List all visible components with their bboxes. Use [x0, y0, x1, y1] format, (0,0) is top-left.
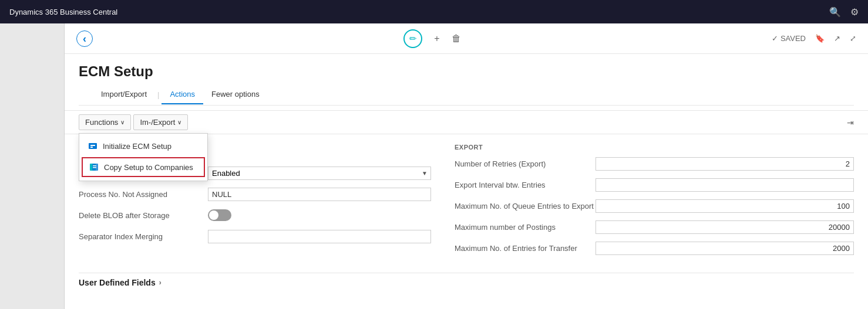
retries-field-row: Number of Retries (Export) — [455, 155, 854, 172]
toolbar: ‹ ✏ + 🗑 ✓ SAVED 🔖 ↗ ⤢ — [65, 23, 868, 54]
interval-field-row: Export Interval btw. Entries — [455, 176, 854, 193]
saved-check: ✓ — [772, 34, 778, 43]
page-title: ECM Setup — [79, 63, 854, 80]
svg-rect-2 — [90, 147, 93, 148]
pin-icon[interactable]: ⇥ — [847, 118, 854, 127]
functions-dropdown: Initialize ECM Setup Copy Setup to Compa… — [79, 133, 208, 181]
user-defined-section: User Defined Fields › — [79, 273, 854, 287]
retries-label: Number of Retries (Export) — [455, 159, 596, 168]
settings-icon[interactable]: ⚙ — [850, 6, 859, 18]
functions-label: Functions — [85, 118, 118, 127]
delete-button[interactable]: 🗑 — [452, 33, 461, 44]
nav-tabs: Import/Export | Actions Fewer options — [79, 84, 854, 106]
separator-label: Separator Index Merging — [79, 232, 208, 241]
top-bar-icons: 🔍 ⚙ — [829, 6, 859, 18]
svg-rect-5 — [93, 165, 96, 167]
delete-blob-knob — [209, 210, 218, 220]
entries-transfer-label: Maximum No. of Entries for Transfer — [455, 244, 596, 253]
export-section-label: EXPORT — [455, 144, 854, 151]
bookmark-icon[interactable]: 🔖 — [815, 34, 825, 43]
toolbar-right: ✓ SAVED 🔖 ↗ ⤢ — [772, 34, 856, 43]
initialize-ecm-label: Initialize ECM Setup — [103, 142, 171, 151]
separator-field-row: Separator Index Merging — [79, 228, 431, 245]
imexport-button[interactable]: Im-/Export ∨ — [133, 114, 188, 130]
retries-input[interactable] — [596, 157, 854, 171]
content-area: ‹ ✏ + 🗑 ✓ SAVED 🔖 ↗ ⤢ ECM Setup — [65, 23, 868, 309]
queue-entries-field-row: Maximum No. of Queue Entries to Export — [455, 198, 854, 214]
process-no-field-row: Process No. Not Assigned — [79, 186, 431, 202]
imexport-label: Im-/Export — [140, 118, 175, 127]
saved-status: ✓ SAVED — [772, 34, 806, 43]
delete-blob-toggle[interactable] — [208, 209, 231, 221]
delete-blob-field-row: Delete BLOB after Storage — [79, 207, 431, 223]
tab-import-export[interactable]: Import/Export — [93, 85, 155, 104]
search-icon[interactable]: 🔍 — [829, 6, 841, 18]
main-layout: ‹ ✏ + 🗑 ✓ SAVED 🔖 ↗ ⤢ ECM Setup — [0, 23, 868, 309]
copy-setup-item[interactable]: Copy Setup to Companies — [82, 157, 205, 177]
interval-label: Export Interval btw. Entries — [455, 181, 596, 189]
functions-button[interactable]: Functions ∨ — [79, 114, 131, 130]
entries-transfer-input[interactable] — [596, 242, 854, 255]
interval-input[interactable] — [596, 178, 854, 192]
initialize-ecm-item[interactable]: Initialize ECM Setup — [79, 136, 207, 156]
action-bar: Functions ∨ Im-/Export ∨ ⇥ — [65, 111, 868, 134]
edit-button[interactable]: ✏ — [403, 29, 422, 48]
back-button[interactable]: ‹ — [76, 30, 93, 47]
nav-divider: | — [155, 90, 162, 99]
copy-setup-icon — [89, 162, 99, 172]
page-header: ECM Setup Import/Export | Actions Fewer … — [65, 54, 868, 111]
queue-entries-input[interactable] — [596, 199, 854, 213]
expand-icon[interactable]: ⤢ — [850, 34, 856, 43]
share-icon[interactable]: ↗ — [834, 34, 840, 43]
tab-actions[interactable]: Actions — [162, 85, 203, 104]
separator-input[interactable] — [208, 230, 431, 243]
max-postings-label: Maximum number of Postings — [455, 223, 596, 232]
sidebar — [0, 23, 65, 309]
saved-label: SAVED — [780, 34, 806, 43]
initialize-ecm-icon — [88, 141, 98, 151]
status-select[interactable]: Enabled Disabled — [208, 167, 431, 180]
svg-rect-1 — [90, 145, 95, 146]
app-title: Dynamics 365 Business Central — [9, 8, 829, 16]
max-postings-input[interactable] — [596, 220, 854, 234]
status-select-wrapper: Enabled Disabled ▼ — [208, 167, 431, 180]
form-right: EXPORT Number of Retries (Export) Export… — [455, 144, 854, 261]
user-defined-title[interactable]: User Defined Fields › — [79, 278, 854, 287]
process-no-label: Process No. Not Assigned — [79, 190, 208, 199]
delete-blob-label: Delete BLOB after Storage — [79, 211, 208, 220]
functions-chevron: ∨ — [120, 119, 125, 125]
add-button[interactable]: + — [434, 33, 439, 44]
max-postings-field-row: Maximum number of Postings — [455, 219, 854, 235]
top-bar: Dynamics 365 Business Central 🔍 ⚙ — [0, 0, 868, 23]
imexport-chevron: ∨ — [177, 119, 181, 125]
entries-transfer-field-row: Maximum No. of Entries for Transfer — [455, 240, 854, 256]
tab-fewer-options[interactable]: Fewer options — [203, 85, 268, 104]
user-defined-chevron: › — [159, 279, 162, 287]
edit-icon: ✏ — [409, 33, 417, 44]
queue-entries-label: Maximum No. of Queue Entries to Export — [455, 202, 596, 210]
back-icon: ‹ — [83, 33, 86, 44]
toolbar-center: ✏ + 🗑 — [102, 29, 762, 48]
svg-rect-6 — [93, 167, 96, 168]
process-no-input[interactable] — [208, 188, 431, 201]
user-defined-label: User Defined Fields — [79, 278, 156, 287]
copy-setup-label: Copy Setup to Companies — [104, 163, 193, 172]
